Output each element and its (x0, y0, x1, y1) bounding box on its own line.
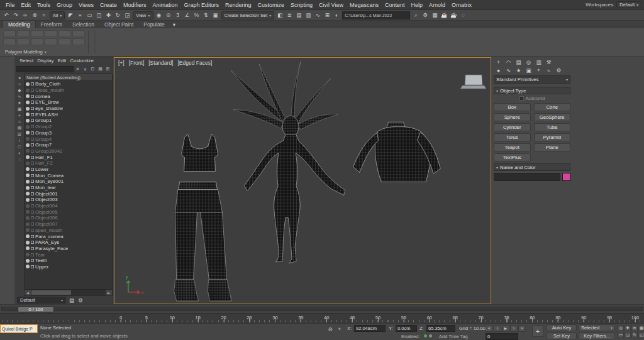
ribbon-tool-icon[interactable] (94, 47, 96, 53)
visibility-eye-icon[interactable] (26, 222, 30, 226)
scrollbar-thumb[interactable] (31, 290, 71, 295)
visibility-eye-icon[interactable] (26, 94, 30, 98)
display-containers-icon[interactable]: □ (16, 144, 23, 150)
create-selection-set-dropdown[interactable]: Create Selection Set ▾ (221, 11, 275, 19)
explorer-menu-customize[interactable]: Customize (68, 58, 96, 63)
menu-customize[interactable]: Customize (255, 2, 288, 8)
ribbon-tool-icon[interactable] (45, 38, 57, 45)
primitive-box-button[interactable]: Box (494, 103, 531, 111)
absolute-mode-icon[interactable]: ⌖ (335, 325, 344, 333)
viewport-label-segment-2[interactable]: [Standard] (148, 60, 173, 66)
curve-editor-icon[interactable]: ∿ (313, 11, 322, 19)
menu-ornatrix[interactable]: Ornatrix (448, 2, 475, 8)
visibility-eye-icon[interactable] (26, 192, 30, 195)
object-name-input[interactable] (494, 173, 560, 181)
edit-named-selection-sets-icon[interactable]: ▣ (211, 11, 220, 19)
visibility-eye-icon[interactable] (26, 101, 30, 104)
render-iterative-icon[interactable]: ☕ (449, 11, 458, 19)
menu-help[interactable]: Help (408, 2, 426, 8)
utilities-tab-icon[interactable]: ⚒ (544, 58, 553, 66)
project-path-field[interactable]: C:\Users\p...s Max 2022 (342, 11, 410, 19)
select-by-name-icon[interactable]: ≡ (75, 11, 84, 19)
scene-object-row[interactable]: Object005 (25, 209, 112, 215)
scene-object-row[interactable]: Object007 (25, 221, 112, 228)
scene-object-row[interactable]: EYE_Brow (25, 99, 112, 106)
rectangular-selection-region-icon[interactable]: ▭ (85, 11, 94, 19)
coord-x-field[interactable]: 92.048cm (354, 325, 386, 332)
minimize-ribbon-icon[interactable]: ▾ (170, 20, 179, 28)
autogrid-checkbox[interactable] (519, 96, 524, 101)
unlink-selection-icon[interactable]: ⊗ (30, 11, 39, 19)
primitive-textplus-button[interactable]: TextPlus (494, 153, 531, 162)
menu-edit[interactable]: Edit (18, 2, 35, 8)
angle-snap-icon[interactable]: ∠ (183, 11, 192, 19)
explorer-search-input[interactable] (16, 66, 74, 72)
menu-megascans[interactable]: Megascans (347, 2, 382, 8)
ribbon-tool-icon[interactable] (17, 38, 30, 45)
visibility-eye-icon[interactable] (26, 149, 30, 153)
select-and-scale-icon[interactable]: ◲ (123, 11, 131, 19)
scene-object-row[interactable]: Object004 (25, 203, 112, 209)
visibility-eye-icon[interactable] (26, 131, 30, 134)
select-link-icon[interactable]: ∞ (21, 11, 30, 19)
visibility-eye-icon[interactable] (26, 167, 30, 171)
reference-coordinate-dropdown[interactable]: View ▾ (133, 11, 153, 19)
visibility-eye-icon[interactable] (26, 259, 30, 263)
ribbon-tool-icon[interactable] (72, 30, 85, 37)
visibility-eye-icon[interactable] (26, 265, 30, 268)
set-keys-button[interactable]: + (532, 326, 543, 337)
primitive-cone-button[interactable]: Cone (534, 103, 571, 111)
visibility-eye-icon[interactable] (26, 119, 30, 123)
viewport-label-segment-3[interactable]: [Edged Faces] (177, 60, 212, 66)
scene-object-row[interactable]: Close_mouth (25, 87, 112, 94)
visibility-eye-icon[interactable] (26, 241, 30, 244)
display-lights-icon[interactable]: ★ (16, 100, 23, 106)
zoom-region-icon[interactable]: ▭ (618, 332, 624, 338)
filter-icon[interactable]: ▼ (82, 66, 89, 73)
material-editor-icon[interactable]: ◐ (332, 11, 341, 19)
visibility-eye-icon[interactable] (26, 112, 30, 116)
scene-object-row[interactable]: Mon_eye001 (25, 178, 112, 185)
selection-lock-icon[interactable]: ⊘ (326, 325, 335, 333)
scene-object-row[interactable]: Group3 (25, 130, 112, 136)
coord-y-field[interactable]: 0.0cm (396, 325, 417, 332)
scene-object-row[interactable]: Mon_tear (25, 185, 112, 191)
scene-object-row[interactable]: Object003 (25, 197, 112, 203)
explorer-menu-edit[interactable]: Edit (55, 58, 68, 63)
maximize-viewport-icon[interactable]: ◱ (638, 332, 644, 338)
display-spacewarps-icon[interactable]: ≈ (16, 119, 23, 124)
enabled-dot-off[interactable] (429, 334, 432, 337)
field-of-view-icon[interactable]: ◲ (625, 332, 631, 338)
scene-object-row[interactable]: Parasyte_Face (25, 246, 112, 252)
visibility-eye-icon[interactable] (26, 89, 30, 92)
isolate-selection-icon[interactable]: ◎ (618, 325, 624, 331)
current-frame-field[interactable]: 0 (486, 333, 518, 340)
primitive-pyramid-button[interactable]: Pyramid (534, 133, 571, 141)
visibility-eye-icon[interactable] (26, 125, 30, 129)
object-type-rollout[interactable]: ▾ Object Type (494, 87, 570, 94)
ribbon-tab-populate[interactable]: Populate (138, 21, 170, 28)
ribbon-tab-freeform[interactable]: Freeform (36, 21, 67, 28)
select-object-icon[interactable]: ◤ (66, 11, 75, 19)
selected-range-dropdown[interactable]: Selected ▾ (579, 324, 615, 331)
ribbon-tool-icon[interactable] (45, 30, 57, 37)
shapes-category-icon[interactable]: ∿ (504, 67, 513, 74)
primitive-plane-button[interactable]: Plane (534, 143, 571, 151)
create-tab-icon[interactable]: + (494, 58, 503, 66)
explorer-menu-select[interactable]: Select (18, 58, 35, 63)
window-crossing-icon[interactable]: ◫ (94, 11, 103, 19)
scene-object-row[interactable]: cornea (25, 93, 112, 99)
primitive-geosphere-button[interactable]: GeoSphere (534, 113, 571, 121)
model-monster-figure[interactable] (231, 62, 345, 263)
ribbon-tab-object-paint[interactable]: Object Paint (99, 21, 138, 28)
explorer-horizontal-scrollbar[interactable]: ◀ ▶ (25, 289, 112, 295)
ribbon-tool-icon[interactable] (3, 38, 16, 45)
workspace-dropdown[interactable]: Default ▾ (616, 1, 641, 8)
ribbon-tab-selection[interactable]: Selection (67, 21, 99, 28)
scene-object-row[interactable]: eye_shadow (25, 106, 112, 112)
lights-category-icon[interactable]: ★ (514, 67, 523, 74)
render-production-icon[interactable]: ☕ (440, 11, 448, 19)
mirror-icon[interactable]: ◧ (275, 11, 284, 19)
menu-content[interactable]: Content (382, 2, 408, 8)
select-and-rotate-icon[interactable]: ↻ (113, 11, 122, 19)
